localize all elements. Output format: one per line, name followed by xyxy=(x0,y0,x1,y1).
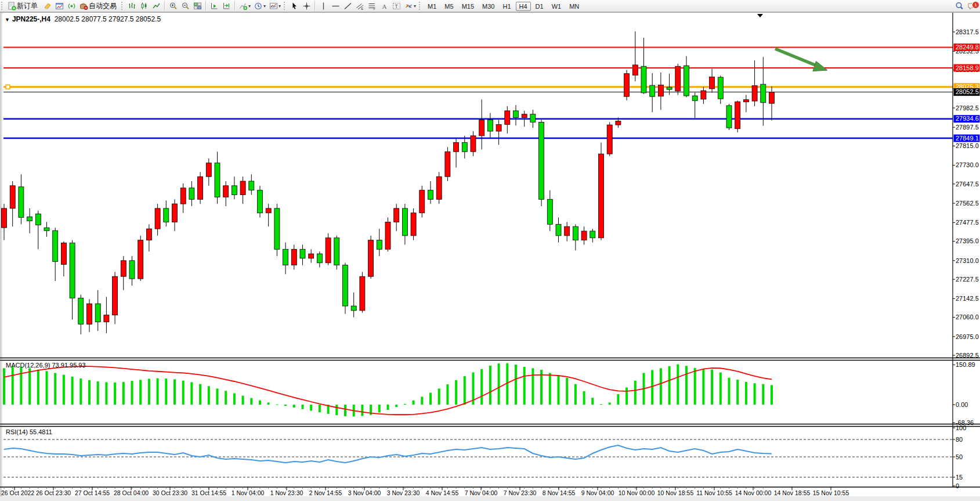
svg-text:27934.6: 27934.6 xyxy=(956,115,979,122)
chart-plot-area[interactable]: 28317.528232.528150.028067.527982.527897… xyxy=(0,0,980,501)
highlighter-button[interactable] xyxy=(42,1,53,11)
timeframe-button-w1[interactable]: W1 xyxy=(548,2,565,11)
timeframe-button-m1[interactable]: M1 xyxy=(424,2,440,11)
auto-scroll-button[interactable] xyxy=(209,1,220,11)
hline-handle[interactable] xyxy=(6,85,10,89)
time-axis-label: 31 Oct 14:55 xyxy=(191,489,226,496)
time-axis-label: 3 Nov 23:30 xyxy=(387,489,420,496)
time-axis-label: 8 Nov 14:55 xyxy=(543,489,576,496)
timeframe-button-h1[interactable]: H1 xyxy=(499,2,514,11)
svg-text:F: F xyxy=(374,6,376,10)
horizontal-line-icon xyxy=(331,2,340,10)
price-tick-label: 27562.5 xyxy=(956,200,979,207)
chart-ohlc-values: 28002.5 28077.5 27927.5 28052.5 xyxy=(55,15,161,23)
news-feed-button[interactable] xyxy=(66,1,77,11)
tile-windows-button[interactable] xyxy=(192,1,203,11)
chart-shift-button[interactable] xyxy=(221,1,232,11)
time-axis-label: 14 Nov 18:55 xyxy=(774,489,811,496)
rsi-axis-label: 100 xyxy=(956,424,966,431)
price-tick-label: 27815.0 xyxy=(956,142,979,149)
price-tick-label: 26975.0 xyxy=(956,333,979,340)
timeframe-button-mn[interactable]: MN xyxy=(566,2,583,11)
cursor-button[interactable] xyxy=(289,1,300,11)
chart-symbol-period: JPN225-,H4 xyxy=(12,15,50,23)
channel-button[interactable]: E xyxy=(355,1,366,11)
time-axis-label: 4 Nov 14:55 xyxy=(426,489,459,496)
periods-icon xyxy=(254,2,263,10)
chart-title[interactable]: ▼JPN225-,H4 28002.5 28077.5 27927.5 2805… xyxy=(5,15,161,23)
candlestick-button[interactable] xyxy=(139,1,150,11)
price-tick-label: 27897.5 xyxy=(956,124,979,131)
rsi-axis-label: 50 xyxy=(956,453,963,460)
trendline-button[interactable] xyxy=(342,1,353,11)
chevron-down-icon: ▾ xyxy=(279,3,281,9)
new-order-button[interactable]: 新订单 xyxy=(6,1,41,11)
time-axis-label: 9 Nov 04:00 xyxy=(581,489,614,496)
price-tick-label: 27310.0 xyxy=(956,257,979,264)
news-feed-icon xyxy=(67,2,76,10)
highlighter-icon xyxy=(43,2,52,10)
toolbar-grip xyxy=(1,2,5,10)
rsi-axis-label: 80 xyxy=(956,436,963,443)
timeframe-button-m15[interactable]: M15 xyxy=(458,2,478,11)
time-axis-label: 28 Oct 04:00 xyxy=(114,489,149,496)
time-axis-label: 11 Nov 10:55 xyxy=(696,489,732,496)
zoom-out-button[interactable] xyxy=(180,1,191,11)
arrows-button[interactable]: ▾ xyxy=(403,1,417,11)
search-icon xyxy=(955,2,964,10)
toolbar-separator xyxy=(314,1,316,10)
rsi-axis-label: 0 xyxy=(956,482,959,489)
templates-button[interactable]: ▾ xyxy=(268,1,282,11)
vertical-line-icon xyxy=(319,2,328,10)
time-axis-label: 2 Nov 14:55 xyxy=(309,489,342,496)
chevron-down-icon: ▾ xyxy=(248,3,251,9)
chevron-down-icon: ▾ xyxy=(263,3,266,9)
zoom-in-icon xyxy=(169,2,178,10)
indicators-button[interactable]: ▾ xyxy=(238,1,252,11)
price-tick-label: 27477.5 xyxy=(956,219,979,226)
line-chart-button[interactable] xyxy=(151,1,162,11)
templates-icon xyxy=(269,2,278,10)
time-axis-label: 7 Nov 04:00 xyxy=(465,489,498,496)
bar-chart-icon xyxy=(128,2,136,10)
horizontal-line-button[interactable] xyxy=(330,1,341,11)
bar-chart-button[interactable] xyxy=(126,1,138,11)
timeframe-group: M1M5M15M30H1H4D1W1MN xyxy=(424,1,583,11)
timeframe-button-m30[interactable]: M30 xyxy=(479,2,498,11)
periods-button[interactable]: ▾ xyxy=(253,1,267,11)
toolbar-separator xyxy=(205,1,207,10)
chat-button[interactable]: 1 xyxy=(966,1,977,11)
toolbar-separator xyxy=(234,1,236,10)
price-label-box: 27849.1 xyxy=(954,135,980,142)
text-icon: A xyxy=(380,2,389,10)
autotrading-button[interactable]: 自动交易 xyxy=(78,1,120,11)
toolbar-grip xyxy=(121,2,125,10)
timeframe-button-m5[interactable]: M5 xyxy=(441,2,457,11)
auto-scroll-icon xyxy=(210,2,219,10)
crosshair-button[interactable] xyxy=(301,1,312,11)
time-axis-label: 15 Nov 10:55 xyxy=(813,489,849,496)
channel-icon: E xyxy=(356,2,364,10)
time-axis-label: 14 Nov 00:00 xyxy=(735,489,772,496)
time-axis-label: 1 Nov 04:00 xyxy=(232,489,265,496)
svg-text:27849.1: 27849.1 xyxy=(956,135,979,142)
label-button[interactable]: T xyxy=(391,1,402,11)
timeframe-button-d1[interactable]: D1 xyxy=(532,2,547,11)
svg-text:28158.9: 28158.9 xyxy=(956,64,979,71)
price-tick-label: 27395.0 xyxy=(956,237,979,244)
notification-badge: 1 xyxy=(972,1,979,9)
search-button[interactable] xyxy=(954,1,965,11)
vertical-line-button[interactable] xyxy=(318,1,329,11)
svg-text:A: A xyxy=(382,2,387,9)
svg-text:E: E xyxy=(361,6,364,10)
price-label-box: 28158.9 xyxy=(954,64,980,72)
chart-menu-icon: ▼ xyxy=(5,17,10,23)
timeframe-button-h4[interactable]: H4 xyxy=(516,2,531,11)
indicators-icon xyxy=(239,2,248,10)
zoom-in-button[interactable] xyxy=(168,1,179,11)
text-button[interactable]: A xyxy=(379,1,390,11)
fibonacci-button[interactable]: F xyxy=(367,1,378,11)
new-chart-button[interactable] xyxy=(54,1,65,11)
price-tick-label: 27730.0 xyxy=(956,161,979,168)
label-icon: T xyxy=(392,2,401,10)
